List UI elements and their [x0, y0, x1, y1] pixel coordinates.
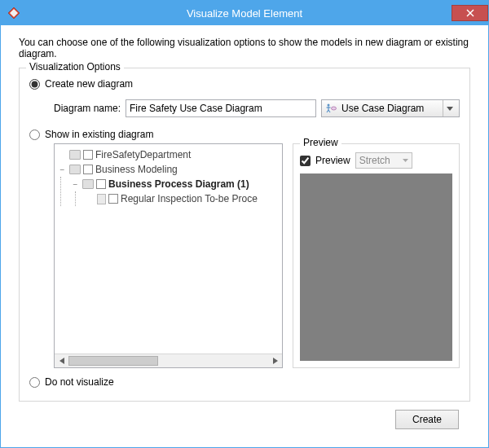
- option-do-not-visualize[interactable]: Do not visualize: [29, 376, 460, 388]
- window-title: Visualize Model Element: [1, 7, 488, 20]
- svg-marker-13: [403, 159, 408, 162]
- tree-horizontal-scrollbar[interactable]: [55, 354, 282, 367]
- scroll-track[interactable]: [68, 354, 268, 367]
- svg-marker-11: [59, 358, 64, 364]
- radio-show-existing[interactable]: [29, 130, 40, 140]
- svg-marker-12: [273, 358, 278, 364]
- tree-label: FireSafetyDepartment: [95, 149, 191, 160]
- option-show-existing[interactable]: Show in existing diagram: [29, 129, 460, 140]
- preview-canvas: [300, 173, 452, 361]
- close-button[interactable]: [452, 5, 488, 21]
- svg-point-4: [328, 104, 330, 107]
- radio-create-new-label: Create new diagram: [45, 78, 133, 90]
- svg-point-9: [332, 107, 337, 110]
- tree-checkbox[interactable]: [83, 165, 93, 174]
- tree-checkbox[interactable]: [83, 150, 93, 160]
- radio-do-not-visualize[interactable]: [29, 377, 40, 388]
- preview-checkbox-label: Preview: [315, 155, 350, 166]
- preview-mode-label: Stretch: [359, 155, 390, 166]
- option-create-new[interactable]: Create new diagram: [29, 78, 460, 90]
- diagram-name-label: Diagram name:: [54, 103, 121, 114]
- visualization-options-legend: Visualization Options: [26, 61, 124, 72]
- close-icon: [466, 9, 474, 17]
- tree-twisty[interactable]: −: [71, 180, 80, 189]
- tree-row[interactable]: − Business Process Diagram (1): [61, 177, 280, 191]
- tree-label: Business Process Diagram (1): [108, 178, 249, 190]
- preview-mode-select[interactable]: Stretch: [355, 152, 412, 169]
- tree-row[interactable]: − Business Modeling: [56, 162, 280, 177]
- tree-label: Business Modeling: [95, 164, 178, 175]
- preview-controls: Preview Stretch: [300, 152, 452, 169]
- scroll-thumb[interactable]: [68, 356, 158, 366]
- dialog-window: Visualize Model Element You can choose o…: [0, 0, 489, 448]
- diagram-type-label: Use Case Diagram: [341, 103, 424, 114]
- chevron-down-icon: [443, 100, 456, 116]
- tree-checkbox[interactable]: [96, 179, 106, 189]
- middle-area: FireSafetyDepartment − Business Modeling…: [54, 143, 460, 368]
- folder-icon: [82, 179, 94, 189]
- chevron-down-icon: [403, 159, 408, 162]
- preview-group: Preview Preview Stretch: [293, 143, 460, 368]
- diagram-type-select[interactable]: Use Case Diagram: [321, 99, 460, 117]
- instruction-text: You can choose one of the following visu…: [19, 37, 470, 59]
- app-icon: [7, 7, 20, 20]
- tree-row[interactable]: FireSafetyDepartment: [56, 147, 280, 162]
- use-case-icon: [325, 103, 337, 114]
- diagram-name-input[interactable]: [126, 99, 316, 117]
- dialog-body: You can choose one of the following visu…: [1, 25, 488, 447]
- titlebar: Visualize Model Element: [1, 1, 488, 25]
- visualization-options-group: Visualization Options Create new diagram…: [19, 68, 470, 402]
- tree-row[interactable]: Regular Inspection To-be Proce: [76, 191, 280, 206]
- tree-label: Regular Inspection To-be Proce: [121, 193, 258, 204]
- svg-line-8: [328, 110, 330, 112]
- folder-icon: [69, 150, 81, 160]
- radio-create-new[interactable]: [29, 79, 40, 90]
- svg-marker-10: [447, 107, 453, 111]
- tree-twisty[interactable]: −: [58, 165, 67, 174]
- radio-show-existing-label: Show in existing diagram: [45, 129, 153, 140]
- scroll-right-icon[interactable]: [268, 354, 282, 368]
- tree-checkbox[interactable]: [108, 194, 118, 204]
- folder-icon: [69, 165, 81, 174]
- diagram-name-row: Diagram name: Use Case Diagram: [54, 99, 460, 117]
- diagram-tree[interactable]: FireSafetyDepartment − Business Modeling…: [55, 144, 282, 354]
- preview-legend: Preview: [300, 137, 341, 148]
- create-button[interactable]: Create: [395, 410, 459, 429]
- document-icon: [97, 194, 106, 204]
- scroll-left-icon[interactable]: [55, 354, 68, 368]
- preview-checkbox[interactable]: [300, 156, 311, 166]
- dialog-footer: Create: [19, 402, 470, 437]
- diagram-tree-panel: FireSafetyDepartment − Business Modeling…: [54, 143, 283, 368]
- radio-do-not-visualize-label: Do not visualize: [45, 376, 114, 388]
